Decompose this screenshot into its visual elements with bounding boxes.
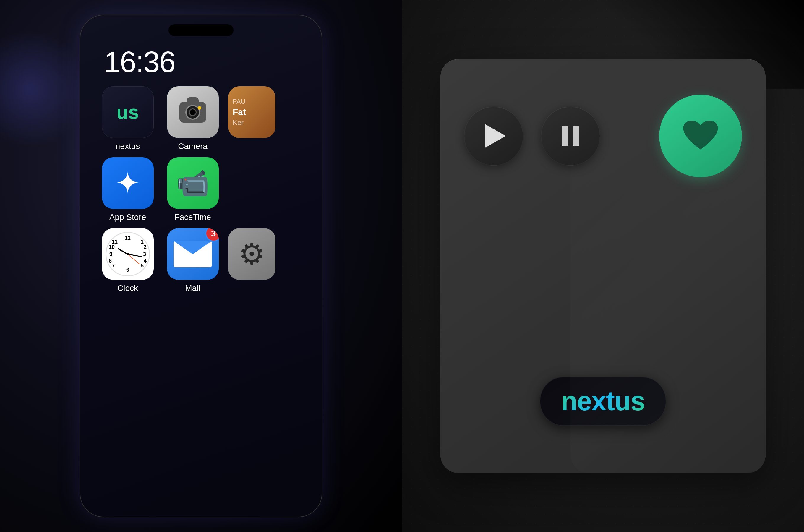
camera-lens-inner xyxy=(189,109,196,116)
clock-num-3: 3 xyxy=(143,251,146,257)
clock-num-10: 10 xyxy=(109,244,115,250)
dynamic-island xyxy=(169,24,233,36)
play-button[interactable] xyxy=(464,107,523,166)
partial-top-text: PAU xyxy=(233,98,246,106)
like-button[interactable] xyxy=(659,95,742,177)
app-appstore[interactable]: ✦ App Store xyxy=(98,157,157,222)
app-nextus[interactable]: us nextus xyxy=(98,86,157,151)
clock-num-1: 1 xyxy=(141,239,143,245)
heart-icon xyxy=(681,117,720,155)
app-clock[interactable]: 12 1 11 3 9 6 5 7 4 8 2 10 xyxy=(98,228,157,293)
clock-app-label: Clock xyxy=(117,283,138,293)
facetime-camera-icon: 📹 xyxy=(176,168,209,198)
empty-slot-r2c3 xyxy=(228,157,275,222)
control-section: nextus xyxy=(402,0,804,532)
mail-app-icon: 3 xyxy=(167,228,219,280)
clock-num-4: 4 xyxy=(143,258,147,264)
appstore-app-icon: ✦ xyxy=(102,157,154,209)
clock-app-icon: 12 1 11 3 9 6 5 7 4 8 2 10 xyxy=(102,228,154,280)
facetime-app-icon: 📹 xyxy=(167,157,219,209)
iphone-screen: 16:36 us nextus xyxy=(80,15,322,517)
camera-app-label: Camera xyxy=(178,141,208,151)
pause-icon xyxy=(562,126,579,146)
mail-app-label: Mail xyxy=(185,283,200,293)
app-settings[interactable]: ⚙ xyxy=(228,228,275,293)
camera-flash xyxy=(198,106,201,110)
app-grid: us nextus Camera xyxy=(98,86,287,293)
clock-face: 12 1 11 3 9 6 5 7 4 8 2 10 xyxy=(106,232,150,276)
media-control-card: nextus xyxy=(440,59,766,473)
clock-num-8: 8 xyxy=(109,258,112,264)
pause-button[interactable] xyxy=(541,107,600,166)
clock-num-6: 6 xyxy=(126,267,129,273)
nextus-icon-text: us xyxy=(116,101,139,123)
clock-num-12: 12 xyxy=(125,235,131,242)
nextus-app-label: nextus xyxy=(116,141,140,151)
facetime-app-label: FaceTime xyxy=(174,212,211,222)
camera-bump xyxy=(187,97,199,102)
camera-app-icon xyxy=(167,86,219,138)
appstore-symbol: ✦ xyxy=(115,166,140,201)
pause-bar-left xyxy=(562,126,568,146)
clock-num-9: 9 xyxy=(109,251,112,257)
partial-sub-text: Ker xyxy=(233,118,246,127)
play-icon xyxy=(485,124,506,148)
partial-main-text: Fat xyxy=(233,107,246,117)
appstore-app-label: App Store xyxy=(109,212,146,222)
app-mail[interactable]: 3 Mail xyxy=(163,228,222,293)
clock-num-7: 7 xyxy=(112,263,115,269)
camera-body-shape xyxy=(179,102,206,123)
clock-num-5: 5 xyxy=(141,263,143,269)
partial-app-top: PAU Fat Ker xyxy=(228,86,275,138)
nextus-logo-text: nextus xyxy=(561,386,645,416)
mail-body xyxy=(173,241,212,267)
app-camera[interactable]: Camera xyxy=(163,86,222,151)
iphone-section: 16:36 us nextus xyxy=(0,0,402,532)
iphone-time: 16:36 xyxy=(104,45,175,79)
nextus-app-icon: us xyxy=(102,86,154,138)
mail-flap xyxy=(173,241,212,254)
clock-num-2: 2 xyxy=(143,244,147,250)
mail-badge: 3 xyxy=(206,228,219,242)
settings-gear-icon: ⚙ xyxy=(238,237,265,271)
app-partial-top[interactable]: PAU Fat Ker xyxy=(228,86,275,151)
settings-app-icon: ⚙ xyxy=(228,228,275,280)
partial-content: PAU Fat Ker xyxy=(228,86,275,138)
iphone-glow xyxy=(0,30,89,148)
app-facetime[interactable]: 📹 FaceTime xyxy=(163,157,222,222)
nextus-logo-pill[interactable]: nextus xyxy=(540,377,666,425)
clock-center-dot xyxy=(127,253,129,255)
partial-text-area: PAU Fat Ker xyxy=(233,98,246,127)
controls-row xyxy=(464,95,742,177)
pause-bar-right xyxy=(573,126,579,146)
iphone-frame: 16:36 us nextus xyxy=(80,15,322,517)
